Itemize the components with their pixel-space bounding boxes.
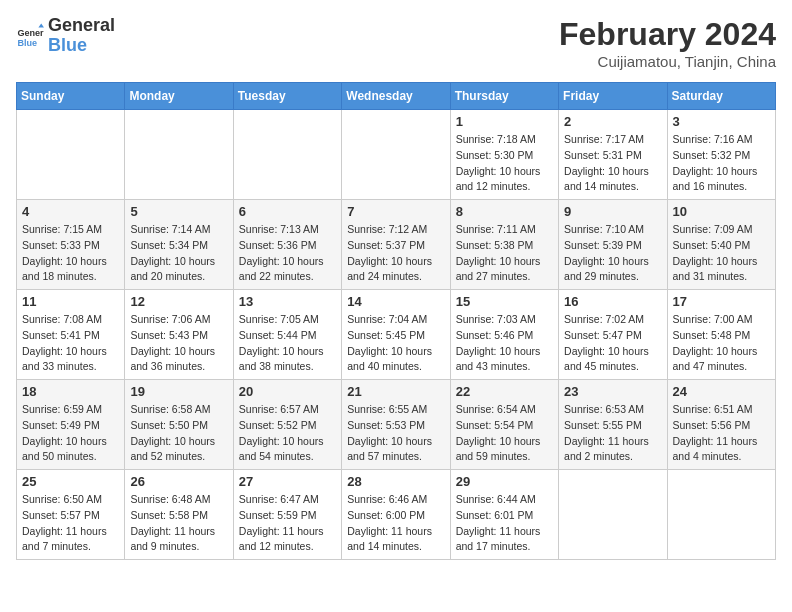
weekday-header: Friday	[559, 83, 667, 110]
calendar-cell	[667, 470, 775, 560]
day-info: Sunrise: 7:02 AMSunset: 5:47 PMDaylight:…	[564, 312, 661, 375]
day-number: 16	[564, 294, 661, 309]
day-info: Sunrise: 6:48 AMSunset: 5:58 PMDaylight:…	[130, 492, 227, 555]
calendar-cell: 17Sunrise: 7:00 AMSunset: 5:48 PMDayligh…	[667, 290, 775, 380]
calendar-cell: 13Sunrise: 7:05 AMSunset: 5:44 PMDayligh…	[233, 290, 341, 380]
calendar-week: 1Sunrise: 7:18 AMSunset: 5:30 PMDaylight…	[17, 110, 776, 200]
calendar-cell: 7Sunrise: 7:12 AMSunset: 5:37 PMDaylight…	[342, 200, 450, 290]
calendar-cell: 16Sunrise: 7:02 AMSunset: 5:47 PMDayligh…	[559, 290, 667, 380]
calendar-cell: 4Sunrise: 7:15 AMSunset: 5:33 PMDaylight…	[17, 200, 125, 290]
day-info: Sunrise: 7:13 AMSunset: 5:36 PMDaylight:…	[239, 222, 336, 285]
calendar-cell: 6Sunrise: 7:13 AMSunset: 5:36 PMDaylight…	[233, 200, 341, 290]
day-info: Sunrise: 7:18 AMSunset: 5:30 PMDaylight:…	[456, 132, 553, 195]
day-number: 19	[130, 384, 227, 399]
calendar-cell: 14Sunrise: 7:04 AMSunset: 5:45 PMDayligh…	[342, 290, 450, 380]
day-info: Sunrise: 7:06 AMSunset: 5:43 PMDaylight:…	[130, 312, 227, 375]
calendar-cell: 29Sunrise: 6:44 AMSunset: 6:01 PMDayligh…	[450, 470, 558, 560]
day-number: 27	[239, 474, 336, 489]
calendar-table: SundayMondayTuesdayWednesdayThursdayFrid…	[16, 82, 776, 560]
calendar-cell: 26Sunrise: 6:48 AMSunset: 5:58 PMDayligh…	[125, 470, 233, 560]
calendar-cell: 27Sunrise: 6:47 AMSunset: 5:59 PMDayligh…	[233, 470, 341, 560]
day-number: 3	[673, 114, 770, 129]
day-number: 13	[239, 294, 336, 309]
logo: General Blue General Blue	[16, 16, 115, 56]
day-number: 15	[456, 294, 553, 309]
calendar-week: 4Sunrise: 7:15 AMSunset: 5:33 PMDaylight…	[17, 200, 776, 290]
calendar-cell	[125, 110, 233, 200]
day-number: 11	[22, 294, 119, 309]
day-info: Sunrise: 7:08 AMSunset: 5:41 PMDaylight:…	[22, 312, 119, 375]
day-info: Sunrise: 7:14 AMSunset: 5:34 PMDaylight:…	[130, 222, 227, 285]
day-number: 1	[456, 114, 553, 129]
calendar-cell: 21Sunrise: 6:55 AMSunset: 5:53 PMDayligh…	[342, 380, 450, 470]
calendar-cell: 22Sunrise: 6:54 AMSunset: 5:54 PMDayligh…	[450, 380, 558, 470]
day-number: 29	[456, 474, 553, 489]
calendar-cell: 11Sunrise: 7:08 AMSunset: 5:41 PMDayligh…	[17, 290, 125, 380]
calendar-cell: 24Sunrise: 6:51 AMSunset: 5:56 PMDayligh…	[667, 380, 775, 470]
day-number: 10	[673, 204, 770, 219]
day-info: Sunrise: 6:55 AMSunset: 5:53 PMDaylight:…	[347, 402, 444, 465]
month-title: February 2024	[559, 16, 776, 53]
day-info: Sunrise: 6:57 AMSunset: 5:52 PMDaylight:…	[239, 402, 336, 465]
day-number: 20	[239, 384, 336, 399]
calendar-header: SundayMondayTuesdayWednesdayThursdayFrid…	[17, 83, 776, 110]
svg-text:Blue: Blue	[17, 38, 37, 48]
day-info: Sunrise: 6:58 AMSunset: 5:50 PMDaylight:…	[130, 402, 227, 465]
calendar-body: 1Sunrise: 7:18 AMSunset: 5:30 PMDaylight…	[17, 110, 776, 560]
calendar-cell: 5Sunrise: 7:14 AMSunset: 5:34 PMDaylight…	[125, 200, 233, 290]
day-number: 18	[22, 384, 119, 399]
calendar-cell	[17, 110, 125, 200]
calendar-cell: 25Sunrise: 6:50 AMSunset: 5:57 PMDayligh…	[17, 470, 125, 560]
calendar-cell: 23Sunrise: 6:53 AMSunset: 5:55 PMDayligh…	[559, 380, 667, 470]
calendar-cell: 18Sunrise: 6:59 AMSunset: 5:49 PMDayligh…	[17, 380, 125, 470]
day-number: 2	[564, 114, 661, 129]
day-number: 28	[347, 474, 444, 489]
day-info: Sunrise: 7:03 AMSunset: 5:46 PMDaylight:…	[456, 312, 553, 375]
day-info: Sunrise: 6:47 AMSunset: 5:59 PMDaylight:…	[239, 492, 336, 555]
calendar-cell: 1Sunrise: 7:18 AMSunset: 5:30 PMDaylight…	[450, 110, 558, 200]
day-info: Sunrise: 6:53 AMSunset: 5:55 PMDaylight:…	[564, 402, 661, 465]
day-info: Sunrise: 6:59 AMSunset: 5:49 PMDaylight:…	[22, 402, 119, 465]
calendar-cell: 20Sunrise: 6:57 AMSunset: 5:52 PMDayligh…	[233, 380, 341, 470]
day-info: Sunrise: 6:50 AMSunset: 5:57 PMDaylight:…	[22, 492, 119, 555]
weekday-header: Tuesday	[233, 83, 341, 110]
day-info: Sunrise: 7:05 AMSunset: 5:44 PMDaylight:…	[239, 312, 336, 375]
day-info: Sunrise: 7:11 AMSunset: 5:38 PMDaylight:…	[456, 222, 553, 285]
calendar-cell: 10Sunrise: 7:09 AMSunset: 5:40 PMDayligh…	[667, 200, 775, 290]
day-number: 6	[239, 204, 336, 219]
day-info: Sunrise: 6:51 AMSunset: 5:56 PMDaylight:…	[673, 402, 770, 465]
day-info: Sunrise: 7:12 AMSunset: 5:37 PMDaylight:…	[347, 222, 444, 285]
day-number: 21	[347, 384, 444, 399]
day-number: 26	[130, 474, 227, 489]
day-number: 17	[673, 294, 770, 309]
day-info: Sunrise: 7:10 AMSunset: 5:39 PMDaylight:…	[564, 222, 661, 285]
calendar-cell: 12Sunrise: 7:06 AMSunset: 5:43 PMDayligh…	[125, 290, 233, 380]
day-info: Sunrise: 7:09 AMSunset: 5:40 PMDaylight:…	[673, 222, 770, 285]
location: Cuijiamatou, Tianjin, China	[559, 53, 776, 70]
svg-marker-2	[38, 23, 44, 27]
day-info: Sunrise: 6:54 AMSunset: 5:54 PMDaylight:…	[456, 402, 553, 465]
calendar-cell	[233, 110, 341, 200]
day-number: 23	[564, 384, 661, 399]
calendar-cell: 8Sunrise: 7:11 AMSunset: 5:38 PMDaylight…	[450, 200, 558, 290]
calendar-cell: 3Sunrise: 7:16 AMSunset: 5:32 PMDaylight…	[667, 110, 775, 200]
day-number: 25	[22, 474, 119, 489]
day-number: 12	[130, 294, 227, 309]
day-info: Sunrise: 7:17 AMSunset: 5:31 PMDaylight:…	[564, 132, 661, 195]
weekday-header: Monday	[125, 83, 233, 110]
day-info: Sunrise: 7:04 AMSunset: 5:45 PMDaylight:…	[347, 312, 444, 375]
calendar-week: 11Sunrise: 7:08 AMSunset: 5:41 PMDayligh…	[17, 290, 776, 380]
day-number: 7	[347, 204, 444, 219]
calendar-cell	[342, 110, 450, 200]
calendar-week: 18Sunrise: 6:59 AMSunset: 5:49 PMDayligh…	[17, 380, 776, 470]
day-info: Sunrise: 7:00 AMSunset: 5:48 PMDaylight:…	[673, 312, 770, 375]
day-info: Sunrise: 6:46 AMSunset: 6:00 PMDaylight:…	[347, 492, 444, 555]
day-number: 9	[564, 204, 661, 219]
calendar-cell: 9Sunrise: 7:10 AMSunset: 5:39 PMDaylight…	[559, 200, 667, 290]
day-number: 4	[22, 204, 119, 219]
calendar-cell	[559, 470, 667, 560]
day-info: Sunrise: 7:16 AMSunset: 5:32 PMDaylight:…	[673, 132, 770, 195]
day-number: 22	[456, 384, 553, 399]
weekday-header: Wednesday	[342, 83, 450, 110]
weekday-header: Thursday	[450, 83, 558, 110]
